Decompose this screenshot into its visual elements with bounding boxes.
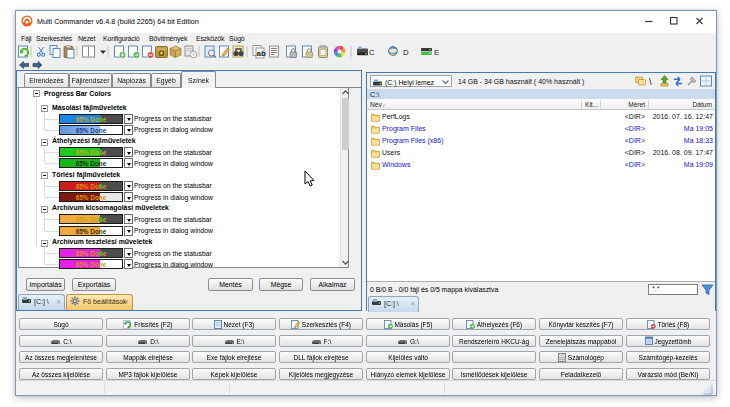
svg-text:\: \ (649, 77, 652, 87)
svg-text:C: C (369, 48, 375, 57)
svg-text:ab: ab (257, 49, 266, 58)
svg-text:D: D (403, 48, 409, 57)
svg-text:E: E (434, 48, 439, 57)
